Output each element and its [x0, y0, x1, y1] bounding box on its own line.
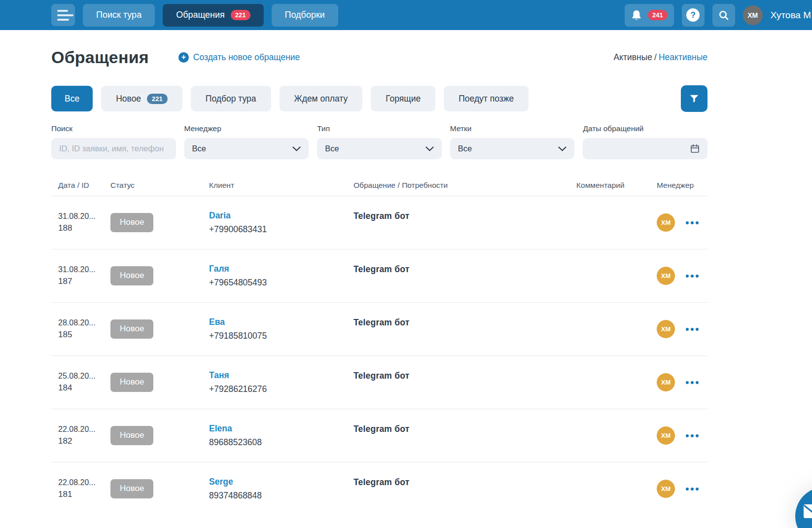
notifications-count-badge: 241 — [648, 10, 668, 20]
filter-button[interactable] — [681, 85, 707, 112]
title-row: Обращения + Создать новое обращение Акти… — [51, 48, 707, 67]
cell-date-id: 31.08.20... 187 — [58, 265, 110, 286]
cell-status: Новое — [110, 213, 209, 232]
cell-client: Таня +79286216276 — [209, 370, 353, 394]
row-actions-menu[interactable] — [686, 326, 699, 333]
tab-new[interactable]: Новое 221 — [101, 86, 182, 111]
row-id: 182 — [58, 436, 110, 446]
tab-all-label: Все — [65, 94, 79, 104]
filter-manager-label: Менеджер — [184, 124, 309, 133]
view-toggle: Активные/Неактивные — [614, 52, 708, 63]
tab-going-later-label: Поедут позже — [459, 94, 514, 104]
manager-avatar: ХМ — [657, 320, 675, 338]
manager-avatar: ХМ — [657, 426, 675, 445]
filter-tags-group: Метки Все — [450, 124, 575, 159]
chevron-down-icon — [558, 146, 566, 151]
calendar-icon — [690, 144, 700, 153]
cell-request: Telegram бот — [353, 211, 576, 221]
cell-date-id: 25.08.20... 184 — [58, 372, 110, 393]
envelope-icon — [803, 504, 812, 519]
table-row[interactable]: 25.08.20... 184 Новое Таня +79286216276 … — [51, 355, 707, 409]
client-link[interactable]: Elena — [209, 423, 232, 434]
row-date: 22.08.20... — [58, 425, 110, 434]
cell-request: Telegram бот — [353, 424, 576, 434]
row-actions-menu[interactable] — [686, 219, 699, 226]
main-content: Обращения + Создать новое обращение Акти… — [51, 48, 707, 515]
tab-going-later[interactable]: Поедут позже — [444, 86, 529, 111]
requests-table: Дата / ID Статус Клиент Обращение / Потр… — [51, 181, 707, 515]
request-text: Telegram бот — [353, 424, 409, 434]
search-input[interactable] — [51, 138, 176, 159]
client-phone: +79900683431 — [209, 224, 353, 235]
client-phone: +79654805493 — [209, 278, 353, 288]
menu-hamburger-icon[interactable] — [51, 4, 75, 26]
row-actions-menu[interactable] — [686, 486, 699, 493]
tab-awaiting-payment[interactable]: Ждем оплату — [280, 86, 363, 111]
cell-manager: ХМ — [657, 213, 707, 232]
filter-type-group: Тип Все — [317, 124, 442, 159]
help-button[interactable]: ? — [682, 4, 705, 27]
client-link[interactable]: Таня — [209, 370, 229, 381]
client-link[interactable]: Ева — [209, 317, 225, 327]
manager-avatar: ХМ — [657, 373, 675, 391]
cell-date-id: 31.08.20... 188 — [58, 212, 110, 233]
dates-input[interactable] — [583, 138, 707, 159]
type-select-value: Все — [325, 144, 339, 153]
cell-manager: ХМ — [657, 267, 707, 285]
row-actions-menu[interactable] — [686, 432, 699, 439]
row-date: 28.08.20... — [58, 318, 110, 327]
status-badge: Новое — [110, 426, 153, 445]
cell-status: Новое — [110, 479, 209, 498]
tab-hot[interactable]: Горящие — [371, 86, 435, 111]
filter-tags-label: Метки — [450, 124, 575, 133]
plus-icon: + — [178, 52, 189, 63]
client-link[interactable]: Serge — [209, 477, 233, 487]
nav-requests[interactable]: Обращения 221 — [163, 4, 263, 27]
cell-manager: ХМ — [657, 480, 707, 498]
manager-select[interactable]: Все — [184, 138, 309, 159]
nav-collections-label: Подборки — [285, 10, 325, 20]
nav-tour-search[interactable]: Поиск тура — [83, 4, 155, 27]
status-badge: Новое — [110, 266, 153, 285]
table-row[interactable]: 31.08.20... 187 Новое Галя +79654805493 … — [51, 249, 707, 302]
cell-manager: ХМ — [657, 320, 707, 338]
table-body: 31.08.20... 188 Новое Daria +79900683431… — [51, 196, 707, 515]
user-name[interactable]: Хутова М — [771, 10, 811, 21]
user-avatar[interactable]: ХМ — [743, 5, 763, 25]
cell-request: Telegram бот — [353, 371, 576, 381]
search-button[interactable] — [712, 4, 735, 27]
chat-widget-button[interactable] — [795, 487, 812, 528]
cell-status: Новое — [110, 373, 209, 391]
filter-manager-group: Менеджер Все — [184, 124, 309, 159]
row-actions-menu[interactable] — [686, 379, 699, 386]
client-link[interactable]: Daria — [209, 211, 231, 221]
view-toggle-inactive[interactable]: Неактивные — [659, 52, 707, 62]
table-row[interactable]: 31.08.20... 188 Новое Daria +79900683431… — [51, 196, 707, 249]
create-request-link[interactable]: + Создать новое обращение — [178, 52, 300, 63]
filter-dates-label: Даты обращений — [583, 124, 707, 133]
tab-all[interactable]: Все — [51, 86, 93, 111]
table-row[interactable]: 22.08.20... 182 Новое Elena 89688523608 … — [51, 409, 707, 462]
header-request-needs: Обращение / Потребности — [353, 181, 576, 190]
table-header: Дата / ID Статус Клиент Обращение / Потр… — [51, 181, 707, 196]
nav-collections[interactable]: Подборки — [272, 4, 338, 27]
tab-tour-selection[interactable]: Подбор тура — [191, 86, 271, 111]
manager-avatar: ХМ — [657, 213, 675, 232]
client-link[interactable]: Галя — [209, 264, 229, 274]
client-phone: +79286216276 — [209, 384, 353, 394]
view-toggle-active[interactable]: Активные — [614, 52, 653, 62]
tags-select[interactable]: Все — [450, 138, 575, 159]
status-badge: Новое — [110, 319, 153, 338]
client-phone: +79185810075 — [209, 331, 353, 341]
table-row[interactable]: 22.08.20... 181 Новое Serge 89374868848 … — [51, 462, 707, 515]
type-select[interactable]: Все — [317, 138, 442, 159]
status-badge: Новое — [110, 373, 153, 391]
table-row[interactable]: 28.08.20... 185 Новое Ева +79185810075 T… — [51, 302, 707, 355]
tab-new-count-badge: 221 — [147, 94, 168, 104]
client-phone: 89374868848 — [209, 491, 353, 501]
tab-awaiting-payment-label: Ждем оплату — [294, 94, 348, 104]
cell-request: Telegram бот — [353, 317, 576, 328]
bell-icon — [631, 9, 642, 21]
notifications-button[interactable]: 241 — [625, 4, 674, 27]
row-actions-menu[interactable] — [686, 273, 699, 280]
